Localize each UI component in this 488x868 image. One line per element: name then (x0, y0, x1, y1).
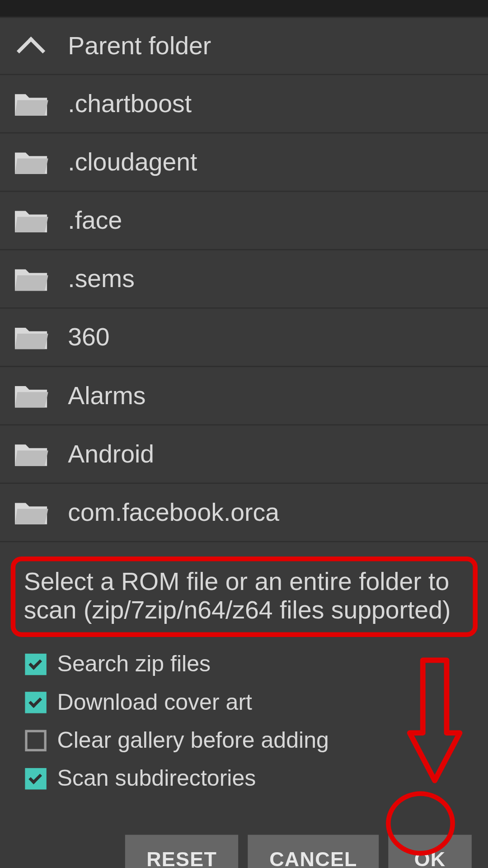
folder-label: .chartboost (68, 90, 192, 118)
folder-row[interactable]: .chartboost (0, 75, 488, 133)
option-label: Scan subdirectories (57, 766, 256, 792)
instruction-text: Select a ROM file or an entire folder to… (24, 567, 465, 625)
folder-row[interactable]: 360 (0, 309, 488, 367)
option-label: Clear gallery before adding (57, 727, 329, 753)
dialog-buttons: RESET CANCEL OK (0, 797, 488, 868)
option-row[interactable]: Download cover art (25, 683, 488, 721)
option-row[interactable]: Search zip files (25, 645, 488, 683)
folder-icon (13, 436, 49, 472)
folder-icon (13, 261, 49, 297)
folder-row[interactable]: Alarms (0, 367, 488, 425)
scan-options: Search zip filesDownload cover artClear … (0, 637, 488, 797)
folder-icon (13, 319, 49, 355)
folder-label: .face (68, 206, 122, 235)
checkbox-checked-icon[interactable] (25, 653, 46, 675)
folder-icon (13, 203, 49, 238)
instruction-highlight: Select a ROM file or an entire folder to… (11, 557, 478, 637)
checkbox-unchecked-icon[interactable] (25, 730, 46, 751)
folder-icon (13, 144, 49, 180)
folder-row[interactable]: .sems (0, 250, 488, 309)
checkbox-checked-icon[interactable] (25, 768, 46, 789)
parent-folder-label: Parent folder (68, 32, 211, 60)
folder-icon (13, 378, 49, 414)
chevron-up-icon (13, 28, 49, 64)
ok-button[interactable]: OK (388, 835, 472, 868)
folder-label: .sems (68, 264, 135, 293)
file-picker-dialog: Parent folder .chartboost.cloudagent.fac… (0, 0, 488, 868)
reset-button[interactable]: RESET (125, 835, 239, 868)
folder-row[interactable]: Android (0, 425, 488, 484)
folder-list: Parent folder .chartboost.cloudagent.fac… (0, 17, 488, 542)
folder-icon (13, 495, 49, 530)
folder-row[interactable]: .face (0, 192, 488, 250)
option-label: Download cover art (57, 689, 253, 715)
option-row[interactable]: Scan subdirectories (25, 760, 488, 797)
parent-folder-row[interactable]: Parent folder (0, 17, 488, 75)
checkbox-checked-icon[interactable] (25, 692, 46, 713)
cancel-button[interactable]: CANCEL (248, 835, 379, 868)
folder-label: 360 (68, 323, 109, 351)
folder-label: .cloudagent (68, 148, 197, 176)
folder-row[interactable]: .cloudagent (0, 133, 488, 192)
folder-label: Android (68, 440, 154, 468)
status-bar (0, 0, 488, 17)
folder-label: Alarms (68, 382, 145, 410)
option-row[interactable]: Clear gallery before adding (25, 722, 488, 760)
folder-row[interactable]: com.facebook.orca (0, 484, 488, 542)
folder-label: com.facebook.orca (68, 498, 279, 527)
option-label: Search zip files (57, 651, 211, 677)
folder-icon (13, 86, 49, 122)
